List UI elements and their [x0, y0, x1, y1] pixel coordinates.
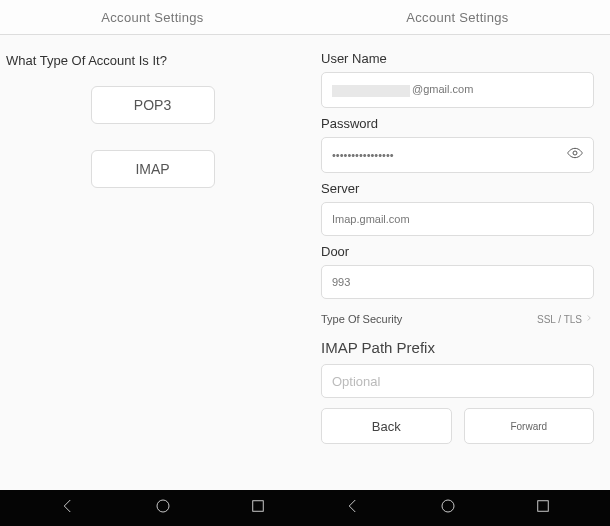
username-label: User Name: [321, 51, 594, 66]
username-value: @gmail.com: [332, 83, 473, 96]
back-nav-icon[interactable]: [59, 497, 77, 519]
svg-point-1: [157, 500, 169, 512]
door-input[interactable]: 993: [321, 265, 594, 299]
server-settings-screen: Account Settings User Name @gmail.com Pa…: [305, 0, 610, 490]
server-input[interactable]: Imap.gmail.com: [321, 202, 594, 236]
password-label: Password: [321, 116, 594, 131]
password-input[interactable]: ••••••••••••••••: [321, 137, 594, 173]
recent-nav-icon[interactable]: [534, 497, 552, 519]
home-nav-icon[interactable]: [154, 497, 172, 519]
door-value: 993: [332, 276, 350, 288]
chevron-right-icon: [584, 313, 594, 325]
svg-rect-4: [537, 501, 548, 512]
security-value-wrap: SSL / TLS: [537, 313, 594, 325]
username-input[interactable]: @gmail.com: [321, 72, 594, 108]
android-navbar: [0, 490, 610, 526]
security-row[interactable]: Type Of Security SSL / TLS: [321, 313, 594, 325]
imap-prefix-label: IMAP Path Prefix: [321, 339, 594, 356]
header-left: Account Settings: [0, 0, 305, 35]
imap-button[interactable]: IMAP: [91, 150, 215, 188]
pop3-button[interactable]: POP3: [91, 86, 215, 124]
account-type-screen: Account Settings What Type Of Account Is…: [0, 0, 305, 490]
password-value: ••••••••••••••••: [332, 149, 394, 161]
svg-point-3: [442, 500, 454, 512]
page-title: Account Settings: [101, 10, 203, 25]
door-label: Door: [321, 244, 594, 259]
back-button[interactable]: Back: [321, 408, 452, 444]
account-type-prompt: What Type Of Account Is It?: [6, 53, 299, 68]
security-value: SSL / TLS: [537, 314, 582, 325]
server-label: Server: [321, 181, 594, 196]
header-right: Account Settings: [305, 0, 610, 35]
redacted-username: [332, 85, 410, 97]
back-nav-icon[interactable]: [344, 497, 362, 519]
home-nav-icon[interactable]: [439, 497, 457, 519]
svg-point-0: [573, 151, 577, 155]
security-label: Type Of Security: [321, 313, 402, 325]
svg-rect-2: [252, 501, 263, 512]
recent-nav-icon[interactable]: [249, 497, 267, 519]
imap-prefix-placeholder: Optional: [332, 374, 380, 389]
page-title: Account Settings: [406, 10, 508, 25]
imap-prefix-input[interactable]: Optional: [321, 364, 594, 398]
server-value: Imap.gmail.com: [332, 213, 410, 225]
show-password-icon[interactable]: [567, 145, 583, 165]
forward-button[interactable]: Forward: [464, 408, 595, 444]
